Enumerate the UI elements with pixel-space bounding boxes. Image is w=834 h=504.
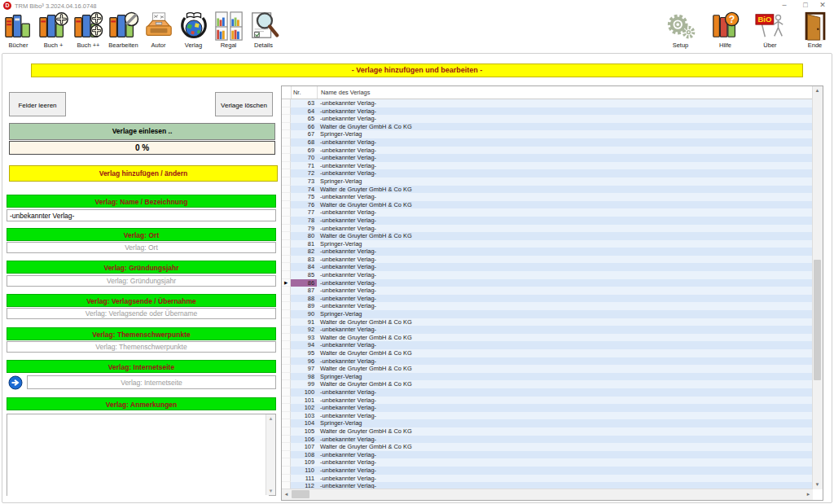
- list-item[interactable]: 94-unbekannter Verlag-: [282, 341, 813, 349]
- clear-fields-button[interactable]: Felder leeren: [9, 92, 66, 116]
- scroll-down-icon[interactable]: ▼: [813, 480, 822, 489]
- notes-scrollbar[interactable]: ▲ ▼: [266, 414, 275, 495]
- list-item[interactable]: 102-unbekannter Verlag-: [282, 404, 813, 412]
- list-item[interactable]: 71-unbekannter Verlag-: [282, 162, 813, 170]
- publisher-end-input[interactable]: [7, 308, 276, 319]
- list-item[interactable]: 65-unbekannter Verlag-: [282, 115, 813, 123]
- list-item[interactable]: 67Springer-Verlag: [282, 130, 813, 138]
- list-item[interactable]: 69-unbekannter Verlag-: [282, 147, 813, 155]
- list-item[interactable]: 107Walter de Gruyter GmbH & Co KG: [282, 443, 813, 451]
- maximize-button[interactable]: □: [798, 1, 813, 9]
- list-item[interactable]: 78-unbekannter Verlag-: [282, 217, 813, 225]
- list-item[interactable]: 77-unbekannter Verlag-: [282, 208, 813, 217]
- toolbar-regal[interactable]: Regal: [211, 11, 246, 49]
- list-item[interactable]: 79-unbekannter Verlag-: [282, 225, 813, 233]
- toolbar-buecher[interactable]: Bücher: [1, 11, 36, 49]
- list-item[interactable]: 73Springer-Verlag: [282, 177, 813, 186]
- list-item[interactable]: 99Walter de Gruyter GmbH & Co KG: [282, 380, 813, 388]
- list-item[interactable]: 88-unbekannter Verlag-: [282, 295, 813, 303]
- list-item[interactable]: 97Walter de Gruyter GmbH & Co KG: [282, 365, 813, 373]
- list-item[interactable]: 85-unbekannter Verlag-: [282, 271, 813, 279]
- list-item[interactable]: 92-unbekannter Verlag-: [282, 326, 813, 334]
- list-item[interactable]: 111-unbekannter Verlag-: [282, 475, 813, 483]
- toolbar-details[interactable]: Details: [246, 11, 281, 49]
- row-name: -unbekannter Verlag-: [317, 388, 813, 397]
- list-item[interactable]: 84-unbekannter Verlag-: [282, 263, 813, 271]
- list-item[interactable]: 82-unbekannter Verlag-: [282, 248, 813, 256]
- row-selector-cell: [282, 162, 291, 170]
- minimize-button[interactable]: –: [777, 1, 792, 9]
- go-to-website-arrow-icon[interactable]: [8, 375, 23, 390]
- list-item[interactable]: 89-unbekannter Verlag-: [282, 302, 813, 310]
- list-item[interactable]: 70-unbekannter Verlag-: [282, 154, 813, 162]
- list-item[interactable]: 100-unbekannter Verlag-: [282, 388, 813, 397]
- list-item[interactable]: 101-unbekannter Verlag-: [282, 397, 813, 405]
- list-item[interactable]: 72-unbekannter Verlag-: [282, 169, 813, 177]
- row-nr: 72: [291, 169, 317, 177]
- horizontal-scroll-thumb[interactable]: [292, 490, 309, 498]
- toolbar-buch-plusplus[interactable]: Buch ++: [71, 11, 106, 49]
- publisher-founding-year-input[interactable]: [7, 275, 276, 287]
- list-item[interactable]: 104Springer-Verlag: [282, 419, 813, 427]
- read-publishers-button[interactable]: Verlage einlesen ..: [9, 123, 275, 140]
- title-bar: D TRM Bibo³ 3.2024.04.16.0748 – □ ✕: [0, 0, 834, 11]
- row-name: Springer-Verlag: [317, 177, 813, 186]
- list-item[interactable]: 75-unbekannter Verlag-: [282, 193, 813, 201]
- toolbar-setup[interactable]: Setup: [658, 11, 703, 49]
- row-nr: 83: [291, 256, 317, 264]
- list-item[interactable]: 96-unbekannter Verlag-: [282, 357, 813, 366]
- row-name: -unbekannter Verlag-: [317, 138, 813, 147]
- toolbar-ende[interactable]: Ende: [792, 11, 834, 49]
- row-name: -unbekannter Verlag-: [317, 193, 813, 201]
- scroll-up-icon[interactable]: ▲: [813, 86, 822, 95]
- list-item[interactable]: 105Walter de Gruyter GmbH & Co KG: [282, 427, 813, 436]
- scroll-left-icon[interactable]: ◂: [282, 489, 291, 499]
- publisher-notes-textarea[interactable]: [7, 414, 269, 498]
- list-item[interactable]: 87-unbekannter Verlag-: [282, 287, 813, 295]
- toolbar-autor[interactable]: Autor: [141, 11, 176, 49]
- list-item[interactable]: 103-unbekannter Verlag-: [282, 412, 813, 420]
- delete-publishers-button[interactable]: Verlage löschen: [215, 92, 273, 116]
- list-item[interactable]: 98Springer-Verlag: [282, 373, 813, 381]
- toolbar-hilfe[interactable]: ? Hilfe: [703, 11, 748, 49]
- list-item[interactable]: ▶86-unbekannter Verlag-: [282, 279, 813, 287]
- vertical-scroll-thumb[interactable]: [814, 260, 821, 380]
- list-item[interactable]: 83-unbekannter Verlag-: [282, 256, 813, 264]
- row-nr: 70: [291, 154, 317, 162]
- publisher-name-input[interactable]: [7, 209, 276, 221]
- list-item[interactable]: 93Walter de Gruyter GmbH & Co KG: [282, 334, 813, 342]
- svg-text:?: ?: [728, 14, 735, 25]
- publisher-list-header: Nr. Name des Verlags: [282, 86, 813, 99]
- list-item[interactable]: 91Walter de Gruyter GmbH & Co KG: [282, 318, 813, 327]
- scroll-up-icon[interactable]: ▲: [266, 414, 275, 423]
- scroll-down-icon[interactable]: ▼: [266, 487, 275, 495]
- row-name: -unbekannter Verlag-: [317, 412, 813, 420]
- publisher-website-input[interactable]: [27, 375, 276, 389]
- list-item[interactable]: 109-unbekannter Verlag-: [282, 458, 813, 467]
- help-books-icon: ?: [703, 11, 748, 42]
- add-change-publisher-button[interactable]: Verlag hinzufügen / ändern: [9, 165, 278, 182]
- list-item[interactable]: 80Walter de Gruyter GmbH & Co KG: [282, 232, 813, 240]
- vertical-scrollbar[interactable]: ▲ ▼: [812, 86, 823, 489]
- list-item[interactable]: 81Springer-Verlag: [282, 240, 813, 248]
- scroll-right-icon[interactable]: ▸: [804, 489, 813, 499]
- list-item[interactable]: 90Springer-Verlag: [282, 310, 813, 318]
- list-item[interactable]: 95Walter de Gruyter GmbH & Co KG: [282, 349, 813, 357]
- list-item[interactable]: 106-unbekannter Verlag-: [282, 436, 813, 444]
- list-item[interactable]: 63-unbekannter Verlag-: [282, 99, 813, 107]
- list-item[interactable]: 76Walter de Gruyter GmbH & Co KG: [282, 201, 813, 209]
- close-button[interactable]: ✕: [815, 1, 830, 9]
- list-item[interactable]: 66Walter de Gruyter GmbH & Co KG: [282, 123, 813, 131]
- list-item[interactable]: 74Walter de Gruyter GmbH & Co KG: [282, 186, 813, 194]
- horizontal-scrollbar[interactable]: ◂ ▸: [282, 489, 813, 500]
- list-item[interactable]: 68-unbekannter Verlag-: [282, 138, 813, 147]
- toolbar-verlag[interactable]: Verlag: [176, 11, 211, 49]
- publisher-city-input[interactable]: [7, 242, 276, 253]
- list-item[interactable]: 108-unbekannter Verlag-: [282, 451, 813, 459]
- toolbar-buch-plus[interactable]: Buch +: [36, 11, 71, 49]
- list-item[interactable]: 110-unbekannter Verlag-: [282, 467, 813, 475]
- toolbar-ueber[interactable]: BiO Über: [748, 11, 792, 49]
- toolbar-bearbeiten[interactable]: Bearbeiten: [106, 11, 141, 49]
- list-item[interactable]: 64-unbekannter Verlag-: [282, 107, 813, 116]
- publisher-topics-input[interactable]: [7, 341, 276, 353]
